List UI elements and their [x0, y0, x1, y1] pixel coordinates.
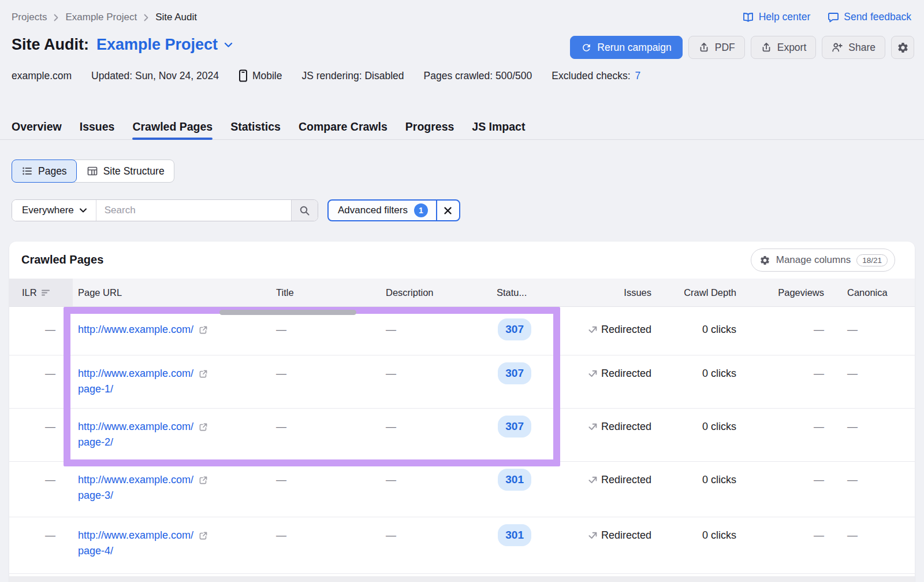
- column-header-pageviews[interactable]: Pageviews: [736, 279, 824, 306]
- column-header-canonical[interactable]: Canonica: [824, 279, 915, 306]
- tab-issues[interactable]: Issues: [80, 114, 115, 139]
- title-cell: —: [271, 355, 381, 408]
- export-button[interactable]: Export: [751, 36, 817, 59]
- status-cell: 307: [492, 307, 536, 355]
- status-code-badge: 307: [498, 362, 531, 384]
- share-button[interactable]: Share: [822, 36, 885, 59]
- breadcrumb-site-audit: Site Audit: [155, 12, 197, 23]
- column-header-description[interactable]: Description: [381, 279, 492, 306]
- rerun-campaign-label: Rerun campaign: [597, 42, 671, 54]
- external-link-icon[interactable]: [198, 475, 208, 485]
- crawl-depth-cell: 0 clicks: [651, 409, 736, 461]
- breadcrumb-project[interactable]: Example Project: [65, 12, 137, 23]
- column-header-ilr[interactable]: ILR: [9, 279, 73, 306]
- pages-view-button[interactable]: Pages: [12, 160, 77, 183]
- excluded-checks-value[interactable]: 7: [635, 70, 641, 82]
- external-link-icon[interactable]: [198, 325, 208, 335]
- pageviews-cell: —: [736, 462, 824, 517]
- tab-crawled-pages[interactable]: Crawled Pages: [132, 114, 213, 139]
- redirect-arrow-icon: [587, 421, 598, 432]
- external-link-icon[interactable]: [198, 422, 208, 432]
- view-toggle: Pages Site Structure: [12, 160, 174, 183]
- mobile-phone-icon: [239, 69, 248, 83]
- title-value: —: [276, 419, 286, 434]
- search-submit-button[interactable]: [291, 200, 318, 221]
- column-label-crawl-depth: Crawl Depth: [684, 287, 736, 298]
- site-structure-view-button[interactable]: Site Structure: [73, 160, 174, 183]
- external-link-icon[interactable]: [198, 531, 208, 541]
- top-links: Help center Send feedback: [742, 11, 911, 23]
- page-url-link[interactable]: http://www.example.com/: [78, 528, 193, 543]
- page-url-link-line2[interactable]: page-2/: [78, 435, 208, 450]
- share-label: Share: [848, 42, 875, 54]
- crawled-pages-card: Crawled Pages Manage columns 18/21 ILR P…: [9, 242, 915, 582]
- tab-js-impact[interactable]: JS Impact: [472, 114, 525, 139]
- search-bar: Everywhere: [12, 199, 318, 221]
- external-link-icon[interactable]: [198, 369, 208, 379]
- tab-bar: Overview Issues Crawled Pages Statistics…: [0, 114, 924, 140]
- status-code-badge: 307: [498, 416, 531, 438]
- issues-cell: Redirected: [536, 462, 651, 517]
- column-header-issues[interactable]: Issues: [536, 279, 651, 306]
- share-user-icon: [832, 42, 843, 53]
- tab-progress[interactable]: Progress: [405, 114, 454, 139]
- pages-view-label: Pages: [38, 165, 67, 177]
- pageviews-value: —: [814, 366, 824, 381]
- status-code-badge: 301: [498, 524, 531, 546]
- table-row: — http://www.example.com/ — — 307 Redire…: [9, 307, 915, 355]
- page-url-cell: http://www.example.com/ page-1/: [73, 355, 271, 408]
- description-value: —: [386, 472, 396, 487]
- horizontal-scrollbar-thumb[interactable]: [219, 310, 356, 315]
- column-header-crawl-depth[interactable]: Crawl Depth: [651, 279, 736, 306]
- search-scope-value: Everywhere: [22, 205, 74, 216]
- page-url-link[interactable]: http://www.example.com/: [78, 366, 193, 381]
- book-icon: [742, 12, 754, 23]
- table-body: — http://www.example.com/ — — 307 Redire…: [9, 307, 915, 574]
- status-code-badge: 301: [498, 469, 531, 491]
- issues-cell: Redirected: [536, 517, 651, 573]
- pdf-button[interactable]: PDF: [688, 36, 745, 59]
- column-header-status[interactable]: Statu...: [492, 279, 536, 306]
- page-url-link[interactable]: http://www.example.com/: [78, 419, 193, 435]
- page-url-link-line2[interactable]: page-1/: [78, 381, 208, 397]
- description-value: —: [386, 322, 396, 337]
- page-url-link-line2[interactable]: page-4/: [78, 543, 208, 559]
- tab-overview[interactable]: Overview: [12, 114, 62, 139]
- status-cell: 307: [492, 409, 536, 461]
- pageviews-cell: —: [736, 517, 824, 573]
- search-input[interactable]: [96, 200, 291, 221]
- canonical-cell: —: [824, 355, 915, 408]
- tab-statistics[interactable]: Statistics: [230, 114, 281, 139]
- help-center-link[interactable]: Help center: [742, 11, 811, 23]
- search-scope-dropdown[interactable]: Everywhere: [12, 200, 96, 221]
- ilr-value: —: [45, 322, 55, 337]
- columns-count-badge: 18/21: [856, 254, 888, 266]
- device-label: Mobile: [252, 70, 282, 82]
- page-url-link[interactable]: http://www.example.com/: [78, 472, 193, 488]
- issues-value: Redirected: [601, 366, 651, 381]
- project-selector[interactable]: Example Project: [96, 36, 233, 54]
- column-header-page-url[interactable]: Page URL: [73, 279, 271, 306]
- chevron-right-icon: [54, 14, 58, 21]
- advanced-filters-button[interactable]: Advanced filters 1: [329, 201, 436, 220]
- ilr-cell: —: [9, 409, 73, 461]
- breadcrumb-projects[interactable]: Projects: [12, 12, 47, 23]
- device-type: Mobile: [239, 69, 282, 83]
- column-label-issues: Issues: [624, 287, 651, 298]
- tab-compare-crawls[interactable]: Compare Crawls: [299, 114, 388, 139]
- column-label-status: Statu...: [497, 287, 527, 298]
- manage-columns-button[interactable]: Manage columns 18/21: [751, 249, 895, 272]
- clear-filters-button[interactable]: [436, 201, 459, 220]
- table-row: — http://www.example.com/ page-3/ — — 30…: [9, 462, 915, 517]
- settings-button[interactable]: [891, 36, 914, 59]
- pageviews-value: —: [814, 528, 824, 543]
- table-footer-strip: [9, 576, 915, 582]
- title-cell: —: [271, 517, 381, 573]
- redirect-arrow-icon: [587, 475, 598, 485]
- send-feedback-link[interactable]: Send feedback: [828, 11, 911, 23]
- page-url-link[interactable]: http://www.example.com/: [78, 322, 193, 338]
- column-header-title[interactable]: Title: [271, 279, 381, 306]
- rerun-campaign-button[interactable]: Rerun campaign: [570, 36, 682, 59]
- chevron-down-icon: [224, 42, 233, 48]
- page-url-link-line2[interactable]: page-3/: [78, 488, 208, 503]
